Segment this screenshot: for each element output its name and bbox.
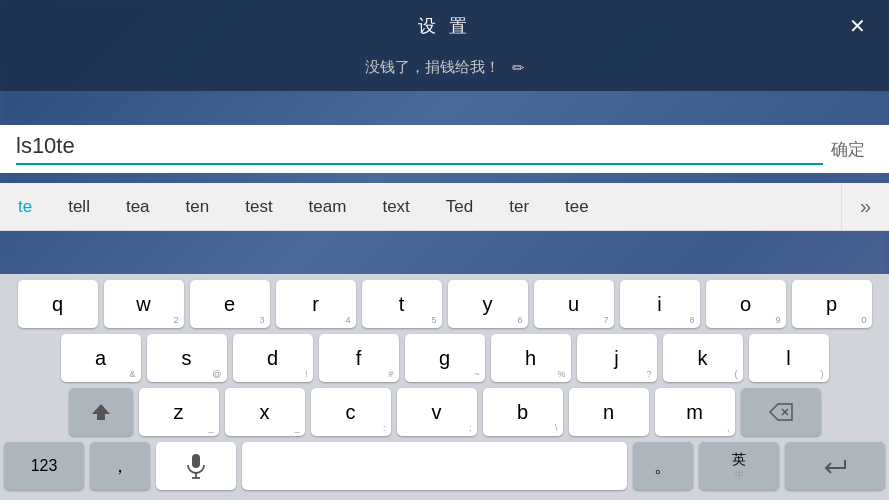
key-b[interactable]: b\ <box>483 388 563 436</box>
key-i[interactable]: i8 <box>620 280 700 328</box>
comma-key[interactable]: ， <box>90 442 150 490</box>
keyboard-row-4: 123 ， 。 英 中 <box>4 442 885 490</box>
key-x[interactable]: x_ <box>225 388 305 436</box>
period-key[interactable]: 。 <box>633 442 693 490</box>
key-f[interactable]: f# <box>319 334 399 382</box>
suggestion-ter[interactable]: ter <box>491 183 547 231</box>
lang-key[interactable]: 英 中 <box>699 442 779 490</box>
suggestion-text[interactable]: text <box>364 183 427 231</box>
key-t[interactable]: t5 <box>362 280 442 328</box>
input-area: 确定 <box>0 125 889 173</box>
key-p[interactable]: p0 <box>792 280 872 328</box>
key-r[interactable]: r4 <box>276 280 356 328</box>
keyboard-row-1: q w2 e3 r4 t5 y6 u7 i8 o9 p0 <box>4 280 885 328</box>
key-j[interactable]: j? <box>577 334 657 382</box>
suggestions-bar: te tell tea ten test team text Ted ter t… <box>0 183 889 231</box>
settings-panel: 设 置 ✕ 没钱了，捐钱给我！ ✏ <box>0 0 889 91</box>
suggestion-tell[interactable]: tell <box>50 183 108 231</box>
key-s[interactable]: s@ <box>147 334 227 382</box>
svg-rect-3 <box>192 454 200 468</box>
key-l[interactable]: l) <box>749 334 829 382</box>
text-input[interactable] <box>16 133 823 165</box>
suggestion-ted[interactable]: Ted <box>428 183 491 231</box>
key-c[interactable]: c: <box>311 388 391 436</box>
key-e[interactable]: e3 <box>190 280 270 328</box>
space-key[interactable] <box>242 442 627 490</box>
settings-subtitle-text: 没钱了，捐钱给我！ <box>365 58 500 77</box>
shift-key[interactable] <box>69 388 133 436</box>
keyboard-row-3: z_ x_ c: v; b\ n m, <box>4 388 885 436</box>
confirm-button[interactable]: 确定 <box>823 134 873 165</box>
key-w[interactable]: w2 <box>104 280 184 328</box>
suggestion-tee[interactable]: tee <box>547 183 607 231</box>
key-k[interactable]: k( <box>663 334 743 382</box>
suggestion-te[interactable]: te <box>0 183 50 231</box>
delete-key[interactable] <box>741 388 821 436</box>
key-q[interactable]: q <box>18 280 98 328</box>
key-u[interactable]: u7 <box>534 280 614 328</box>
close-button[interactable]: ✕ <box>841 10 873 42</box>
key-a[interactable]: a& <box>61 334 141 382</box>
suggestion-ten[interactable]: ten <box>168 183 228 231</box>
key-m[interactable]: m, <box>655 388 735 436</box>
settings-title-bar: 设 置 ✕ <box>0 0 889 52</box>
key-n[interactable]: n <box>569 388 649 436</box>
settings-subtitle-bar: 没钱了，捐钱给我！ ✏ <box>0 52 889 91</box>
key-v[interactable]: v; <box>397 388 477 436</box>
num-key[interactable]: 123 <box>4 442 84 490</box>
suggestions-list: te tell tea ten test team text Ted ter t… <box>0 183 841 231</box>
suggestion-tea[interactable]: tea <box>108 183 168 231</box>
keyboard-row-2: a& s@ d! f# g~ h% j? k( l) <box>4 334 885 382</box>
key-d[interactable]: d! <box>233 334 313 382</box>
suggestions-more-button[interactable]: » <box>841 183 889 231</box>
edit-icon[interactable]: ✏ <box>512 59 525 77</box>
mic-key[interactable] <box>156 442 236 490</box>
return-key[interactable] <box>785 442 885 490</box>
key-o[interactable]: o9 <box>706 280 786 328</box>
suggestion-test[interactable]: test <box>227 183 290 231</box>
key-y[interactable]: y6 <box>448 280 528 328</box>
key-h[interactable]: h% <box>491 334 571 382</box>
key-g[interactable]: g~ <box>405 334 485 382</box>
key-z[interactable]: z_ <box>139 388 219 436</box>
suggestion-team[interactable]: team <box>291 183 365 231</box>
svg-marker-0 <box>92 404 110 420</box>
keyboard: q w2 e3 r4 t5 y6 u7 i8 o9 p0 a& s@ d! f#… <box>0 274 889 500</box>
settings-title: 设 置 <box>418 14 471 38</box>
